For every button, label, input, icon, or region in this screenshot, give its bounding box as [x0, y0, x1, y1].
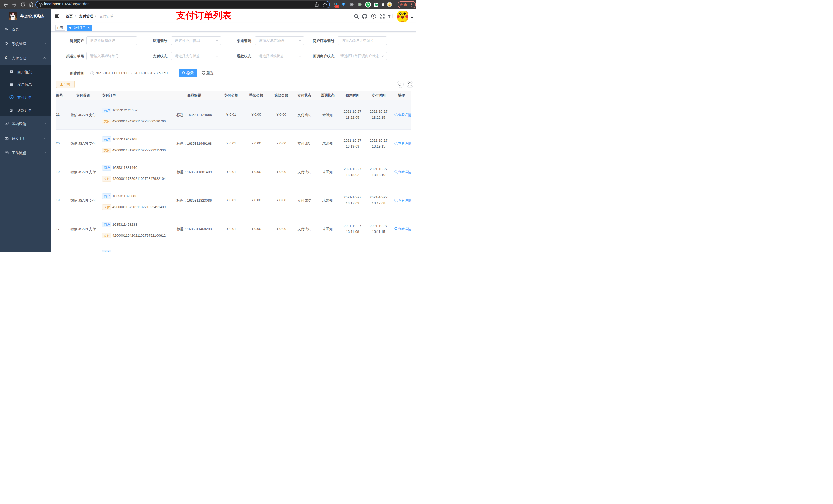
- svg-text:10: 10: [336, 5, 338, 8]
- svg-text:?: ?: [373, 15, 375, 18]
